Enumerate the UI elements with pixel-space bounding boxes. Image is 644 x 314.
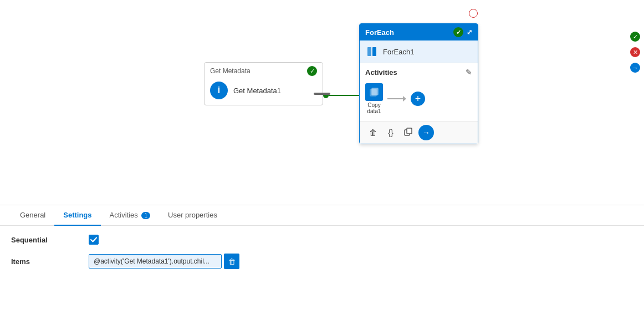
svg-rect-5: [407, 128, 412, 134]
tab-activities[interactable]: Activities 1: [101, 205, 159, 226]
get-metadata-node: Get Metadata ✓ i Get Metadata1: [204, 62, 323, 105]
get-metadata-label: Get Metadata1: [233, 87, 281, 95]
foreach-node-icon: [365, 45, 379, 58]
tab-settings[interactable]: Settings: [54, 205, 100, 226]
get-metadata-check: ✓: [307, 66, 317, 76]
items-label: Items: [11, 257, 78, 266]
get-metadata-body: i Get Metadata1: [205, 78, 323, 105]
foreach-toolbar: 🗑 {} →: [360, 121, 478, 144]
bottom-panel: General Settings Activities 1 User prope…: [0, 205, 644, 314]
foreach-check: ✓: [453, 27, 463, 37]
right-x-icon: ✕: [630, 47, 640, 57]
right-check-icon: ✓: [630, 32, 640, 42]
right-panel-icons: ✓ ✕ →: [626, 28, 644, 77]
activity-arrow: [387, 96, 406, 102]
navigate-button[interactable]: →: [418, 125, 434, 140]
edit-activities-icon[interactable]: ✎: [466, 68, 472, 77]
tab-user-properties[interactable]: User properties: [159, 205, 226, 226]
delete-button[interactable]: 🗑: [365, 125, 381, 140]
copy-button[interactable]: [401, 125, 416, 140]
activities-section: Activities ✎ Copydata1 +: [360, 63, 478, 121]
add-activity-button[interactable]: +: [411, 92, 425, 106]
copy-data-label: Copydata1: [367, 102, 381, 114]
copy-icon: [404, 128, 413, 138]
items-input-row: @activity('Get Metadata1').output.chil..…: [89, 254, 239, 269]
foreach-title-row: ForEach1: [360, 40, 478, 63]
trigger-circle[interactable]: [469, 9, 478, 18]
copy-data-icon: [365, 83, 383, 101]
foreach-header-label: ForEach: [365, 28, 394, 37]
info-icon: i: [210, 82, 228, 99]
right-arrow-icon: →: [630, 63, 640, 73]
tabs-row: General Settings Activities 1 User prope…: [0, 205, 644, 226]
code-button[interactable]: {}: [383, 125, 398, 140]
panel-content: Sequential Items @activity('Get Metadata…: [0, 226, 644, 287]
foreach-header: ForEach ✓ ⤢: [360, 24, 478, 40]
sequential-row: Sequential: [11, 235, 633, 245]
expand-collapse-bar[interactable]: [314, 93, 330, 95]
items-row: Items @activity('Get Metadata1').output.…: [11, 254, 633, 269]
right-arrow-button[interactable]: →: [628, 61, 642, 74]
items-input[interactable]: @activity('Get Metadata1').output.chil..…: [89, 254, 222, 269]
get-metadata-header: Get Metadata ✓: [205, 63, 323, 78]
right-check-button[interactable]: ✓: [628, 30, 642, 43]
activities-label: Activities: [365, 68, 397, 77]
activities-label-row: Activities ✎: [365, 68, 472, 77]
svg-rect-3: [372, 88, 378, 95]
delete-icon: 🗑: [369, 128, 377, 137]
copy-data-node[interactable]: Copydata1: [365, 83, 383, 114]
svg-rect-1: [372, 47, 376, 56]
items-delete-icon: 🗑: [228, 257, 236, 266]
sequential-checkbox[interactable]: [89, 235, 99, 245]
activities-content: Copydata1 +: [365, 81, 472, 119]
svg-rect-0: [367, 47, 371, 56]
connector-line: [329, 95, 362, 96]
canvas-area: Get Metadata ✓ i Get Metadata1 ForEach ✓…: [0, 0, 644, 205]
right-x-button[interactable]: ✕: [628, 45, 642, 59]
activities-badge: 1: [141, 212, 150, 219]
sequential-label: Sequential: [11, 236, 78, 244]
tab-general[interactable]: General: [11, 205, 54, 226]
expand-icon[interactable]: ⤢: [467, 28, 472, 36]
foreach-node: ForEach ✓ ⤢ ForEach1 Activities ✎: [359, 23, 478, 144]
items-delete-button[interactable]: 🗑: [224, 254, 239, 269]
foreach-name: ForEach1: [383, 48, 414, 56]
braces-icon: {}: [388, 128, 393, 137]
get-metadata-title: Get Metadata: [210, 67, 251, 75]
arrow-icon: →: [422, 128, 430, 137]
